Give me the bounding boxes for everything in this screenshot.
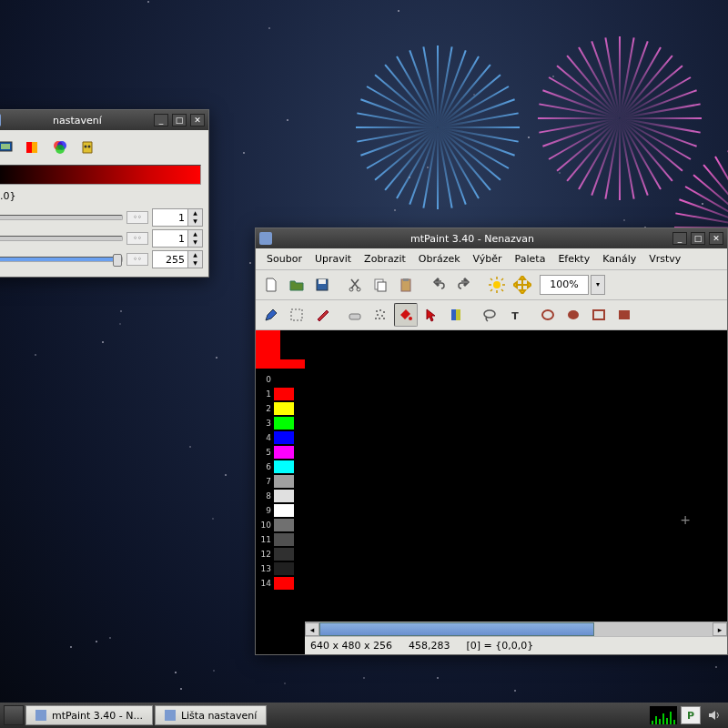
menu-upravit[interactable]: Upravit xyxy=(309,251,357,267)
menu-vrstvy[interactable]: Vrstvy xyxy=(643,251,686,267)
menu-soubor[interactable]: Soubor xyxy=(261,251,308,267)
menu-kanály[interactable]: Kanály xyxy=(597,251,642,267)
spinbox-2[interactable]: ▲▼ xyxy=(152,229,203,248)
palette-item[interactable]: 0 xyxy=(256,372,305,387)
palette-item[interactable]: 6 xyxy=(256,460,305,474)
svg-point-7 xyxy=(85,146,87,148)
select-icon[interactable] xyxy=(285,303,308,327)
bg-color[interactable] xyxy=(280,330,305,359)
status-pixel: [0] = {0,0,0} xyxy=(467,640,534,652)
start-button[interactable] xyxy=(4,705,24,725)
palette-item[interactable]: 14 xyxy=(256,576,305,591)
svg-point-36 xyxy=(383,311,385,313)
ellipse-outline-icon[interactable] xyxy=(536,303,560,327)
settings-titlebar[interactable]: nastavení _ □ ✕ xyxy=(0,110,208,130)
new-file-icon[interactable] xyxy=(259,273,283,297)
ellipse-fill-icon[interactable] xyxy=(561,303,585,327)
color-picker-icon[interactable] xyxy=(445,303,469,327)
volume-icon[interactable] xyxy=(704,706,724,724)
minimize-button[interactable]: _ xyxy=(154,114,168,126)
window-icon xyxy=(0,114,1,126)
lasso-icon[interactable] xyxy=(478,303,501,327)
svg-rect-2 xyxy=(26,142,32,153)
rgb-icon[interactable] xyxy=(50,137,70,157)
screen-icon[interactable] xyxy=(0,137,15,157)
rect-fill-icon[interactable] xyxy=(612,303,636,327)
cpu-graph-icon[interactable] xyxy=(650,706,677,724)
maximize-button[interactable]: □ xyxy=(691,232,705,245)
palette-item[interactable]: 4 xyxy=(256,430,305,445)
svg-point-35 xyxy=(379,309,381,311)
gradient-bar[interactable] xyxy=(0,165,201,185)
svg-point-39 xyxy=(379,318,380,319)
paste-icon[interactable] xyxy=(394,273,418,297)
cut-icon[interactable] xyxy=(343,273,367,297)
palette-item[interactable]: 3 xyxy=(256,416,305,430)
color-swatch[interactable] xyxy=(256,330,305,369)
close-button[interactable]: ✕ xyxy=(190,114,205,126)
svg-rect-14 xyxy=(378,282,386,291)
palette-item[interactable]: 1 xyxy=(256,387,305,401)
minimize-button[interactable]: _ xyxy=(672,232,687,245)
canvas[interactable]: + xyxy=(305,330,727,622)
brightness-icon[interactable] xyxy=(485,273,509,297)
redo-icon[interactable] xyxy=(452,273,476,297)
palette-item[interactable]: 5 xyxy=(256,445,305,460)
tray-icon[interactable]: P xyxy=(681,706,701,724)
pencil-icon[interactable] xyxy=(259,303,283,327)
palette-item[interactable]: 8 xyxy=(256,489,305,503)
palette-item[interactable]: 7 xyxy=(256,474,305,489)
fg-color[interactable] xyxy=(256,330,280,359)
knife-icon[interactable] xyxy=(310,303,334,327)
taskbar-item[interactable]: Lišta nastavení xyxy=(155,705,267,725)
spinbox-1[interactable]: ▲▼ xyxy=(152,208,203,227)
pointer-icon[interactable] xyxy=(420,303,443,327)
close-button[interactable]: ✕ xyxy=(709,232,723,245)
palette-item[interactable]: 2 xyxy=(256,401,305,416)
palette-item[interactable]: 12 xyxy=(256,547,305,561)
menu-efekty[interactable]: Efekty xyxy=(552,251,595,267)
palette-item[interactable]: 10 xyxy=(256,518,305,532)
mask-icon[interactable] xyxy=(77,137,97,157)
save-file-icon[interactable] xyxy=(310,273,334,297)
menu-výběr[interactable]: Výběr xyxy=(468,251,508,267)
spinbox-3[interactable]: ▲▼ xyxy=(152,250,203,268)
spray-icon[interactable] xyxy=(369,303,392,327)
toolbar-file: 100% ▾ xyxy=(256,270,727,300)
taskbar-item[interactable]: mtPaint 3.40 - N... xyxy=(25,705,153,725)
svg-rect-50 xyxy=(619,310,630,319)
copy-icon[interactable] xyxy=(369,273,392,297)
rect-outline-icon[interactable] xyxy=(587,303,611,327)
menu-zobrazit[interactable]: Zobrazit xyxy=(359,251,411,267)
svg-text:T: T xyxy=(511,310,519,322)
svg-point-40 xyxy=(383,318,385,319)
text-icon[interactable]: T xyxy=(503,303,527,327)
maximize-button[interactable]: □ xyxy=(172,114,187,126)
horizontal-scrollbar[interactable]: ◂ ▸ xyxy=(305,622,727,636)
pan-icon[interactable] xyxy=(511,273,534,297)
undo-icon[interactable] xyxy=(427,273,450,297)
zoom-dropdown[interactable]: ▾ xyxy=(591,275,605,295)
palette-item[interactable]: 13 xyxy=(256,561,305,576)
settings-window: nastavení _ □ ✕ 0.0} ◦◦ ▲▼ ◦◦ ▲▼ ◦◦ ▲▼ xyxy=(0,109,209,278)
menu-paleta[interactable]: Paleta xyxy=(510,251,551,267)
zoom-field[interactable]: 100% xyxy=(540,275,589,295)
slider-1[interactable] xyxy=(0,215,123,220)
palette-icon[interactable] xyxy=(23,137,43,157)
eraser-icon[interactable] xyxy=(343,303,367,327)
slider-3[interactable] xyxy=(0,257,123,262)
svg-point-34 xyxy=(376,310,378,312)
main-titlebar[interactable]: mtPaint 3.40 - Nenazvan _ □ ✕ xyxy=(256,228,727,248)
statusbar: 640 x 480 x 256 458,283 [0] = {0,0,0} xyxy=(305,636,727,654)
svg-point-41 xyxy=(375,318,377,319)
svg-line-23 xyxy=(501,289,503,291)
scroll-right-button[interactable]: ▸ xyxy=(713,622,727,636)
menu-obrázek[interactable]: Obrázek xyxy=(413,251,466,267)
scroll-left-button[interactable]: ◂ xyxy=(305,622,319,636)
palette-item[interactable]: 9 xyxy=(256,503,305,518)
open-file-icon[interactable] xyxy=(285,273,308,297)
fill-icon[interactable] xyxy=(394,303,418,327)
svg-point-17 xyxy=(493,281,500,288)
slider-2[interactable] xyxy=(0,236,123,241)
palette-item[interactable]: 11 xyxy=(256,532,305,547)
